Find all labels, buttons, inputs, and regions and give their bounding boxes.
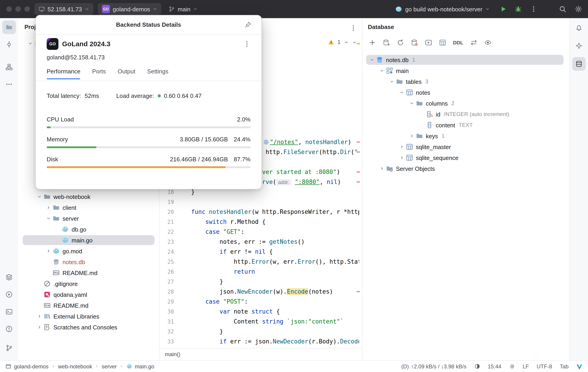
breadcrumb-item[interactable]: goland-demos: [14, 363, 49, 370]
ide-backend-logo-icon[interactable]: [576, 363, 583, 370]
breadcrumb-item[interactable]: main.go: [135, 363, 154, 370]
project-tree-row[interactable]: db.go: [18, 224, 159, 235]
line-number[interactable]: 19: [159, 197, 177, 207]
remote-host-button[interactable]: 52.158.41.73: [34, 3, 93, 15]
line-number[interactable]: 30: [159, 307, 177, 317]
toolwindow-run-button[interactable]: [2, 288, 16, 301]
project-tree-row[interactable]: qodana.yaml: [18, 289, 159, 300]
settings-button[interactable]: [575, 5, 582, 13]
toolwindow-more-button[interactable]: [2, 77, 16, 91]
line-number[interactable]: 27: [159, 277, 177, 287]
db-toolbar-ddl-button[interactable]: DDL: [451, 37, 465, 48]
project-tree-row[interactable]: web-notebook: [18, 191, 159, 202]
db-toolbar-data-source-properties-button[interactable]: [381, 37, 392, 48]
database-tree-row[interactable]: sqlite_master: [362, 141, 570, 152]
code-line[interactable]: return: [191, 267, 359, 277]
toolwindow-ai-assistant-button[interactable]: [572, 39, 586, 53]
line-ending-widget[interactable]: LF: [523, 363, 529, 370]
toolwindow-terminal-button[interactable]: [2, 305, 16, 319]
code-line[interactable]: func notesHandler(w http.ResponseWriter,…: [191, 207, 359, 217]
database-tree-row[interactable]: columns2: [362, 98, 570, 109]
database-tree-row[interactable]: notes: [362, 87, 570, 98]
database-tree-row[interactable]: Server Objects: [362, 163, 570, 174]
code-line[interactable]: Content string `json:"content"`: [191, 317, 359, 327]
backend-time-label[interactable]: 15:44: [488, 363, 501, 370]
db-toolbar-refresh-button[interactable]: [395, 37, 406, 48]
inspections-widget[interactable]: 1: [328, 39, 357, 45]
db-toolbar-view-data-button[interactable]: [437, 37, 448, 48]
line-number[interactable]: 24: [159, 247, 177, 257]
code-line[interactable]: http.Error(w, err.Error(), http.StatusIn…: [191, 257, 359, 267]
line-number[interactable]: 25: [159, 257, 177, 267]
database-tree-row[interactable]: tables3: [362, 76, 570, 87]
zoom-button[interactable]: [24, 6, 30, 12]
close-button[interactable]: [6, 6, 12, 12]
database-tree-row[interactable]: keys1: [362, 130, 570, 141]
project-tree-row[interactable]: main.go: [18, 235, 159, 245]
toolwindow-project-button[interactable]: [2, 20, 16, 34]
line-number[interactable]: 26: [159, 267, 177, 277]
encoding-widget[interactable]: UTF-8: [536, 363, 552, 370]
database-tree-row[interactable]: sqlite_sequence: [362, 152, 570, 163]
code-line[interactable]: var note struct {: [191, 307, 359, 317]
code-line[interactable]: case "GET":: [191, 227, 359, 237]
chevron-up-icon[interactable]: [344, 40, 349, 45]
code-line[interactable]: switch r.Method {: [191, 217, 359, 227]
toolwindow-structure-button[interactable]: [2, 60, 16, 74]
line-number[interactable]: 28: [159, 287, 177, 297]
line-number[interactable]: 32: [159, 327, 177, 337]
code-line[interactable]: case "POST":: [191, 297, 359, 307]
more-actions-button[interactable]: [530, 5, 537, 13]
breadcrumb-item[interactable]: web-notebook: [58, 363, 92, 370]
connection-speed-widget[interactable]: (D) ↑2.09 kB/s / ↓3.98 kB/s: [401, 363, 466, 370]
line-number[interactable]: 31: [159, 317, 177, 327]
line-number[interactable]: 20: [159, 207, 177, 217]
editor-options-button[interactable]: [350, 24, 357, 32]
project-tree-row[interactable]: README.md: [18, 300, 159, 311]
debug-button[interactable]: [514, 5, 522, 13]
toolwindow-version-control-button[interactable]: [2, 341, 16, 355]
run-button[interactable]: [500, 5, 507, 13]
project-tree-row[interactable]: server: [18, 213, 159, 224]
code-line[interactable]: json.NewEncoder(w).Encode(notes): [191, 287, 359, 297]
chevron-down-icon[interactable]: [352, 40, 357, 45]
at-icon[interactable]: @: [509, 363, 515, 369]
database-tree-row[interactable]: idINTEGER (auto increment): [362, 109, 570, 120]
line-number[interactable]: 29: [159, 297, 177, 307]
breadcrumb-function[interactable]: main(): [165, 351, 180, 358]
indent-widget[interactable]: Tab: [560, 363, 568, 370]
project-tree-row[interactable]: .gitignore: [18, 278, 159, 289]
toolwindow-commit-button[interactable]: [2, 38, 16, 51]
search-everywhere-button[interactable]: [559, 5, 566, 13]
code-line[interactable]: }: [191, 327, 359, 337]
popup-tab-output[interactable]: Output: [118, 68, 136, 79]
code-line[interactable]: }: [191, 277, 359, 287]
popup-tab-performance[interactable]: Performance: [47, 68, 80, 79]
project-tree-row[interactable]: Scratches and Consoles: [18, 322, 159, 333]
db-toolbar-query-console-button[interactable]: [423, 37, 434, 48]
db-toolbar-compare-button[interactable]: [468, 37, 479, 48]
backend-latency-icon[interactable]: [474, 363, 480, 369]
project-widget-button[interactable]: GD goland-demos: [98, 3, 161, 15]
branch-button[interactable]: main: [169, 6, 198, 12]
toolwindow-notifications-button[interactable]: [572, 21, 586, 34]
code-line[interactable]: if err := json.NewDecoder(r.Body).Decode…: [191, 337, 359, 347]
toolwindow-database-button[interactable]: [572, 57, 586, 71]
toolwindow-services-button[interactable]: [2, 270, 16, 284]
db-toolbar-new-button[interactable]: [367, 37, 378, 48]
popup-tab-settings[interactable]: Settings: [147, 68, 168, 79]
db-toolbar-disconnect-button[interactable]: [409, 37, 420, 48]
breadcrumb-item[interactable]: server: [102, 363, 117, 370]
line-number[interactable]: 21: [159, 217, 177, 227]
project-tree-row[interactable]: External Libraries: [18, 311, 159, 322]
database-tree-row[interactable]: main: [362, 65, 570, 76]
code-line[interactable]: [191, 197, 359, 207]
project-tree-row[interactable]: README.md: [18, 267, 159, 278]
db-toolbar-view-options-button[interactable]: [482, 37, 493, 48]
line-number[interactable]: 22: [159, 227, 177, 237]
pin-icon[interactable]: [245, 21, 252, 28]
popup-more-button[interactable]: [243, 40, 251, 48]
project-tree-row[interactable]: notes.db: [18, 256, 159, 267]
code-line[interactable]: notes, err := getNotes(): [191, 237, 359, 247]
run-configuration-selector[interactable]: go build web-notebook/server: [395, 5, 490, 13]
